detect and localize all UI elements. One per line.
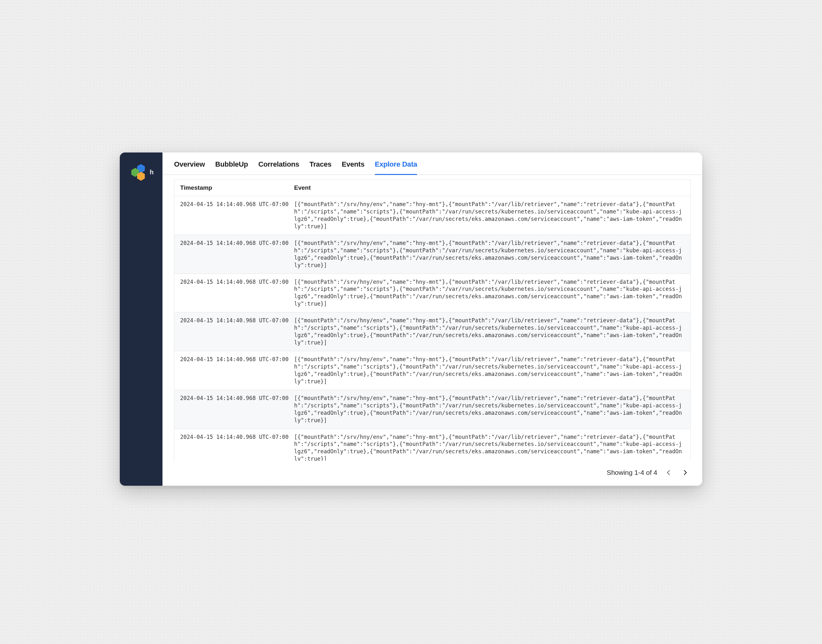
table-row[interactable]: 2024-04-15 14:14:40.968 UTC-07:00 [{"mou… [174, 429, 690, 461]
chevron-left-icon [665, 469, 672, 476]
tab-events[interactable]: Events [342, 160, 365, 174]
tab-traces[interactable]: Traces [310, 160, 332, 174]
svg-marker-2 [137, 172, 145, 181]
cell-event: [{"mountPath":"/srv/hny/env","name":"hny… [288, 390, 690, 429]
tab-overview[interactable]: Overview [174, 160, 205, 174]
table-row[interactable]: 2024-04-15 14:14:40.968 UTC-07:00 [{"mou… [174, 196, 690, 235]
tab-explore-data[interactable]: Explore Data [375, 160, 417, 174]
cell-timestamp: 2024-04-15 14:14:40.968 UTC-07:00 [174, 196, 288, 235]
cell-timestamp: 2024-04-15 14:14:40.968 UTC-07:00 [174, 351, 288, 390]
table-row[interactable]: 2024-04-15 14:14:40.968 UTC-07:00 [{"mou… [174, 235, 690, 273]
cell-timestamp: 2024-04-15 14:14:40.968 UTC-07:00 [174, 235, 288, 273]
cell-event: [{"mountPath":"/srv/hny/env","name":"hny… [288, 351, 690, 390]
pagination: Showing 1-4 of 4 [163, 461, 702, 486]
pagination-next-button[interactable] [680, 467, 691, 478]
cell-event: [{"mountPath":"/srv/hny/env","name":"hny… [288, 273, 690, 312]
hexagon-icon [137, 172, 145, 181]
sidebar: h [120, 152, 163, 486]
cell-timestamp: 2024-04-15 14:14:40.968 UTC-07:00 [174, 273, 288, 312]
events-table: Timestamp Event 2024-04-15 14:14:40.968 … [174, 180, 690, 461]
table-row[interactable]: 2024-04-15 14:14:40.968 UTC-07:00 [{"mou… [174, 351, 690, 390]
tabs-nav: Overview BubbleUp Correlations Traces Ev… [163, 152, 702, 175]
cell-event: [{"mountPath":"/srv/hny/env","name":"hny… [288, 429, 690, 461]
logo-letter: h [150, 169, 153, 176]
cell-event: [{"mountPath":"/srv/hny/env","name":"hny… [288, 196, 690, 235]
events-table-container: Timestamp Event 2024-04-15 14:14:40.968 … [174, 179, 691, 461]
cell-timestamp: 2024-04-15 14:14:40.968 UTC-07:00 [174, 390, 288, 429]
column-header-event[interactable]: Event [288, 180, 690, 196]
tab-correlations[interactable]: Correlations [259, 160, 299, 174]
main-content: Overview BubbleUp Correlations Traces Ev… [163, 152, 702, 486]
cell-event: [{"mountPath":"/srv/hny/env","name":"hny… [288, 235, 690, 273]
pagination-status: Showing 1-4 of 4 [607, 469, 657, 477]
pagination-prev-button[interactable] [663, 467, 674, 478]
column-header-timestamp[interactable]: Timestamp [174, 180, 288, 196]
app-window: h Overview BubbleUp Correlations Traces … [120, 152, 702, 486]
tab-bubbleup[interactable]: BubbleUp [215, 160, 248, 174]
cell-timestamp: 2024-04-15 14:14:40.968 UTC-07:00 [174, 312, 288, 351]
cell-timestamp: 2024-04-15 14:14:40.968 UTC-07:00 [174, 429, 288, 461]
table-row[interactable]: 2024-04-15 14:14:40.968 UTC-07:00 [{"mou… [174, 390, 690, 429]
table-row[interactable]: 2024-04-15 14:14:40.968 UTC-07:00 [{"mou… [174, 273, 690, 312]
chevron-right-icon [682, 469, 689, 476]
cell-event: [{"mountPath":"/srv/hny/env","name":"hny… [288, 312, 690, 351]
logo: h [130, 164, 152, 182]
table-row[interactable]: 2024-04-15 14:14:40.968 UTC-07:00 [{"mou… [174, 312, 690, 351]
